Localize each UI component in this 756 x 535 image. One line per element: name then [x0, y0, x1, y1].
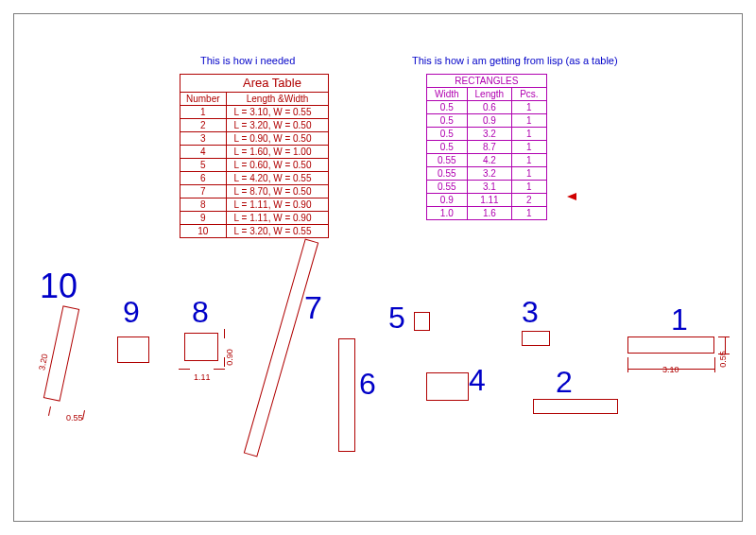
rect-5: [414, 312, 430, 331]
table-row: 0.91.112: [427, 194, 547, 207]
shape-label-8: 8: [192, 295, 209, 330]
dim-8-width: 0.90: [225, 349, 234, 366]
table-row: 0.53.21: [427, 128, 547, 141]
arrow-left-icon: [567, 193, 576, 200]
rect-6: [338, 338, 355, 452]
area-th-number: Number: [180, 93, 227, 106]
rect-9: [117, 337, 149, 363]
table-row: 3L = 0.90, W = 0.50: [180, 132, 329, 146]
caption-getting: This is how i am getting from lisp (as a…: [412, 55, 618, 66]
shape-label-10: 10: [40, 267, 77, 306]
dim-8-length: 1.11: [194, 372, 211, 382]
shape-label-9: 9: [123, 295, 140, 330]
rect-1: [627, 337, 714, 354]
area-table: Number Length &Width 1L = 3.10, W = 0.55…: [180, 74, 329, 238]
table-row: 0.58.71: [427, 141, 547, 154]
table-row: 0.554.21: [427, 154, 547, 167]
caption-needed: This is how i needed: [200, 55, 295, 66]
drawing-sheet: This is how i needed This is how i am ge…: [0, 0, 756, 535]
shape-label-5: 5: [388, 301, 405, 336]
table-row: 1.01.61: [427, 207, 547, 220]
dim-10-width: 0.55: [66, 413, 83, 423]
table-row: 0.553.21: [427, 167, 547, 181]
shape-label-1: 1: [671, 302, 688, 337]
sheet-border: [13, 13, 743, 522]
table-row: 2L = 3.20, W = 0.50: [180, 119, 329, 132]
dim-1-length: 3.10: [662, 365, 679, 374]
table-row: 1L = 3.10, W = 0.55: [180, 106, 329, 119]
rectangles-table: RECTANGLES Width Length Pcs. 0.50.61 0.5…: [426, 74, 547, 220]
rect-3: [522, 331, 550, 346]
area-th-lw: Length &Width: [226, 93, 329, 106]
shape-label-2: 2: [556, 365, 573, 400]
table-row: 6L = 4.20, W = 0.55: [180, 172, 329, 185]
rect-th-pcs: Pcs.: [512, 88, 546, 101]
rect-4: [426, 372, 469, 401]
shape-label-7: 7: [304, 289, 322, 326]
table-row: 8L = 1.11, W = 0.90: [180, 198, 329, 212]
table-row: 4L = 1.60, W = 1.00: [180, 146, 329, 159]
table-row: 9L = 1.11, W = 0.90: [180, 212, 329, 225]
table-row: 10L = 3.20, W = 0.55: [180, 225, 329, 238]
table-row: 0.553.11: [427, 181, 547, 194]
table-row: 0.50.61: [427, 101, 547, 114]
rect-th-length: Length: [467, 88, 512, 101]
shape-label-6: 6: [359, 367, 376, 402]
rect-2: [533, 399, 618, 414]
rect-th-width: Width: [427, 88, 468, 101]
shape-label-3: 3: [522, 295, 539, 330]
shape-label-4: 4: [469, 363, 486, 398]
table-row: 5L = 0.60, W = 0.50: [180, 159, 329, 172]
table-row: 0.50.91: [427, 114, 547, 128]
rect-8: [184, 333, 218, 361]
rect-table-title: RECTANGLES: [427, 75, 547, 88]
table-row: 7L = 8.70, W = 0.50: [180, 185, 329, 198]
